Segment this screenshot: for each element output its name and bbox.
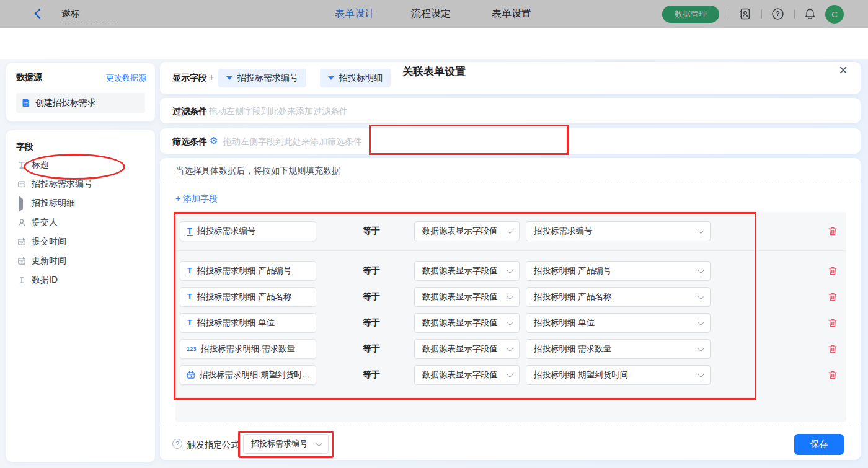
rule-field-chip[interactable]: T 招投标需求明细.产品名称 [180,287,316,307]
chevron-down-icon [698,227,704,234]
datasource-item[interactable]: 创建招投标需求 [16,93,145,113]
help-icon[interactable]: ? [172,439,182,449]
chevron-down-icon [507,319,513,325]
filter-label: 过滤条件 [172,106,207,117]
form-doc-icon [22,99,30,107]
serial-number-icon [17,180,26,188]
equals-label: 等于 [363,343,380,355]
text-field-icon: T [187,227,193,236]
modal-dim-overlay [0,0,868,28]
save-button[interactable]: 保存 [794,434,844,455]
rule-field-chip[interactable]: 招投标需求明细.期望到货时... [180,365,316,385]
page: 邀标 表单设计 流程设定 表单设置 数据管理 ? C 关联表单设置 × 数据源 … [0,0,868,468]
trigger-formula-label: 触发指定公式 [187,439,239,451]
field-item-detail[interactable]: 招投标明细 [16,193,145,213]
rules-header: 当选择具体数据后，将按如下规则填充数据 [175,166,340,177]
calendar-icon [17,257,26,265]
chevron-down-icon [507,227,513,234]
fill-rules-panel: 当选择具体数据后，将按如下规则填充数据 + 添加字段 T 招投标需求编号 等于 … [160,158,861,460]
chevron-down-icon [507,267,513,273]
modal-header: 关联表单设置 × [0,28,868,59]
field-item-data-id[interactable]: 数据ID [16,270,145,289]
source-value-dropdown[interactable]: 数据源表显示字段值 [414,313,520,333]
screen-dropzone[interactable]: 拖动左侧字段到此处来添加筛选条件 [223,136,362,148]
field-item-submitter[interactable]: 提交人 [16,213,145,232]
delete-rule-icon[interactable] [827,343,838,355]
target-field-dropdown[interactable]: 招投标明细.需求数量 [526,339,711,359]
fields-title: 字段 [16,141,33,152]
number-field-icon: 123 [187,346,197,352]
chevron-down-icon [698,371,704,377]
chevron-down-icon [698,293,704,299]
text-field-icon: T [187,319,193,328]
field-list: 标题 招投标需求编号 招投标明细 提交人 提交时间 更新时间 [16,155,145,289]
id-icon [17,276,26,285]
source-value-dropdown[interactable]: 数据源表显示字段值 [414,339,520,359]
filter-dropzone[interactable]: 拖动左侧字段到此处来添加过滤条件 [209,106,348,117]
divider [160,426,861,426]
field-item-serial[interactable]: 招投标需求编号 [16,174,145,193]
chevron-down-icon [507,371,513,377]
divider [175,250,846,251]
equals-label: 等于 [363,291,380,302]
divider [160,183,861,183]
chevron-down-icon [698,345,704,351]
equals-label: 等于 [363,226,380,237]
gear-icon[interactable]: ⚙ [210,135,218,146]
source-value-dropdown[interactable]: 数据源表显示字段值 [414,221,520,241]
rule-field-chip[interactable]: T 招投标需求明细.产品编号 [180,261,316,281]
rule-field-chip[interactable]: T 招投标需求明细.单位 [180,313,316,333]
delete-rule-icon[interactable] [827,317,838,329]
text-field-icon: T [187,267,193,276]
add-field-button[interactable]: + 添加字段 [175,193,218,205]
modal-title: 关联表单设置 [0,64,868,79]
target-field-dropdown[interactable]: 招投标明细.产品编号 [526,261,711,281]
chevron-down-icon [698,319,704,325]
delete-rule-icon[interactable] [827,226,838,237]
text-icon [17,161,26,169]
rule-field-chip[interactable]: 123 招投标需求明细.需求数量 [180,339,316,359]
filter-condition-row: 过滤条件 拖动左侧字段到此处来添加过滤条件 [160,98,861,123]
chevron-down-icon [316,439,322,446]
equals-label: 等于 [363,265,380,276]
field-item-update-time[interactable]: 更新时间 [16,251,145,270]
calendar-icon [17,237,26,246]
screen-condition-row: 筛选条件 ⚙ 拖动左侧字段到此处来添加筛选条件 [160,128,861,154]
equals-label: 等于 [363,369,380,381]
screen-label: 筛选条件 [172,136,207,148]
fields-panel: 字段 标题 招投标需求编号 招投标明细 提交人 提交时间 [6,130,155,462]
person-icon [17,218,26,227]
source-value-dropdown[interactable]: 数据源表显示字段值 [414,261,520,281]
datasource-item-label: 创建招投标需求 [35,97,96,108]
delete-rule-icon[interactable] [827,291,838,302]
source-value-dropdown[interactable]: 数据源表显示字段值 [414,287,520,307]
chevron-down-icon [507,345,513,351]
close-icon[interactable]: × [839,63,848,77]
equals-label: 等于 [363,317,380,329]
rule-field-chip[interactable]: T 招投标需求编号 [180,221,316,241]
trigger-formula-dropdown[interactable]: 招投标需求编号 [243,434,329,454]
chevron-down-icon [698,267,704,273]
target-field-dropdown[interactable]: 招投标明细.单位 [526,313,711,333]
target-field-dropdown[interactable]: 招投标明细.期望到货时间 [526,365,711,385]
chevron-down-icon [507,293,513,299]
field-item-submit-time[interactable]: 提交时间 [16,232,145,251]
date-field-icon [187,371,195,379]
source-value-dropdown[interactable]: 数据源表显示字段值 [414,365,520,385]
delete-rule-icon[interactable] [827,369,838,381]
target-field-dropdown[interactable]: 招投标明细.产品名称 [526,287,711,307]
text-field-icon: T [187,293,193,302]
delete-rule-icon[interactable] [827,265,838,276]
field-item-title[interactable]: 标题 [16,155,145,174]
target-field-dropdown[interactable]: 招投标需求编号 [526,221,711,241]
expand-arrow-icon[interactable] [17,199,26,208]
